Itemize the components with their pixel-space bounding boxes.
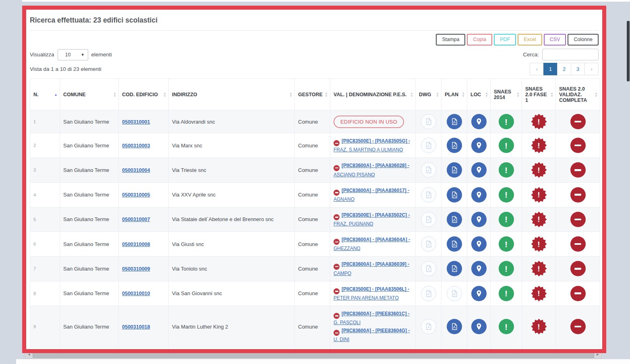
cell-loc bbox=[467, 347, 491, 353]
building-code-link[interactable]: 0500310003 bbox=[122, 143, 150, 149]
location-pin-button[interactable] bbox=[471, 261, 487, 276]
pes-denomination-link[interactable]: [PIIC83600A] - [PIAA836017] - AGNANO bbox=[334, 188, 409, 202]
status-ok-exclaim-icon: ! bbox=[499, 319, 514, 334]
location-pin-button[interactable] bbox=[471, 236, 487, 252]
building-code-link[interactable]: 0500310005 bbox=[122, 192, 150, 198]
export-button-stampa[interactable]: Stampa bbox=[436, 34, 465, 46]
cell-snaes-fase1: ! bbox=[522, 158, 556, 182]
cell-plan bbox=[441, 306, 467, 347]
status-blocked-minus-icon bbox=[570, 162, 586, 178]
export-button-colonne[interactable]: Colonne bbox=[568, 34, 599, 46]
cell-comune: San Giuliano Terme bbox=[60, 347, 119, 353]
column-header-snaes-2014[interactable]: SNAES 2014 bbox=[491, 79, 522, 110]
minus-circle-icon bbox=[334, 214, 340, 220]
status-alert-gear-icon: ! bbox=[531, 162, 547, 178]
cell-indirizzo: Via Statale dell`Abetone e del Brennero … bbox=[169, 207, 295, 232]
cell-gestore: Comune bbox=[295, 133, 330, 158]
cell-loc bbox=[467, 182, 491, 207]
pes-denomination-link[interactable]: [PIIC83500E] - [PIAA83502C] - FRAZ. PUGN… bbox=[334, 212, 410, 227]
location-pin-button[interactable] bbox=[471, 187, 487, 203]
cell-indirizzo: Via San Giovanni snc bbox=[169, 281, 295, 306]
plan-pdf-button[interactable] bbox=[447, 261, 462, 276]
minus-circle-icon bbox=[334, 264, 340, 270]
table-row: 4San Giuliano Terme0500310005Via XXV Apr… bbox=[30, 182, 600, 207]
status-ok-exclaim-icon: ! bbox=[499, 187, 514, 203]
column-header-comune[interactable]: COMUNE bbox=[60, 79, 119, 110]
plan-pdf-button[interactable] bbox=[447, 138, 462, 153]
cell-row-number: 6 bbox=[30, 232, 60, 256]
export-button-excel[interactable]: Excel bbox=[518, 34, 542, 46]
column-header-val-denominazione-p-e-s[interactable]: VAL. | DENOMINAZIONE P.E.S. bbox=[330, 79, 416, 110]
building-code-link[interactable]: 0500310004 bbox=[122, 168, 150, 173]
building-code-link[interactable]: 0500310001 bbox=[122, 119, 150, 125]
search-input[interactable] bbox=[542, 49, 599, 60]
column-header-snaes-2-0-validaz-completa[interactable]: SNAES 2.0 VALIDAZ. COMPLETA bbox=[556, 79, 600, 110]
cell-dwg bbox=[416, 158, 441, 182]
cell-snaes-fase1: ! bbox=[522, 281, 556, 306]
cell-comune: San Giuliano Terme bbox=[60, 182, 119, 207]
location-pin-button[interactable] bbox=[471, 319, 487, 334]
plan-pdf-button[interactable] bbox=[447, 162, 462, 178]
cell-snaes-fase1: ! bbox=[522, 306, 556, 347]
pes-denomination-link[interactable]: [PIIC83500E] - [PIAA83506L] - PETER PAN … bbox=[334, 286, 409, 301]
location-pin-button[interactable] bbox=[471, 162, 487, 178]
pagination-page-3[interactable]: 3 bbox=[571, 63, 585, 75]
table-info: Vista da 1 a 10 di 23 elementi bbox=[30, 66, 102, 72]
cell-plan bbox=[441, 110, 467, 133]
cell-loc bbox=[467, 133, 491, 158]
status-alert-gear-icon: ! bbox=[531, 187, 547, 203]
pagination-prev[interactable]: ‹ bbox=[530, 63, 544, 75]
cell-row-number: 10 bbox=[30, 347, 60, 353]
cell-comune: San Giuliano Terme bbox=[60, 110, 119, 133]
export-button-copia[interactable]: Copia bbox=[467, 34, 492, 46]
building-code-link[interactable]: 0500310008 bbox=[122, 242, 150, 247]
table-row: 5San Giuliano Terme0500310007Via Statale… bbox=[30, 207, 600, 232]
pes-denomination-link[interactable]: [PIIC83600A] - [PIEE83601C] - G. PASCOLI bbox=[334, 311, 410, 325]
export-button-csv[interactable]: CSV bbox=[544, 34, 566, 46]
plan-pdf-button[interactable] bbox=[447, 212, 462, 227]
vertical-scrollbar-thumb[interactable] bbox=[627, 21, 630, 81]
building-code-link[interactable]: 0500310009 bbox=[122, 266, 150, 272]
pagination-page-1[interactable]: 1 bbox=[543, 63, 557, 75]
sort-icon bbox=[325, 92, 328, 97]
cell-gestore: Comune bbox=[295, 207, 330, 232]
column-header-gestore[interactable]: GESTORE bbox=[295, 79, 330, 110]
location-pin-button[interactable] bbox=[471, 138, 487, 153]
sort-icon bbox=[595, 92, 598, 97]
page-length-select[interactable]: 10 ▼ bbox=[58, 49, 88, 60]
pes-denomination-link[interactable]: [PIIC83600A] - [PIAA836028] - ASCIANO PI… bbox=[334, 163, 409, 177]
plan-pdf-button[interactable] bbox=[447, 236, 462, 252]
plan-pdf-button[interactable] bbox=[447, 319, 462, 334]
pes-denomination-link[interactable]: [PIIC83600A] - [PIAA836039] - CAMPO bbox=[334, 261, 409, 276]
cell-row-number: 8 bbox=[30, 281, 60, 306]
pes-denomination-link[interactable]: [PIIC83600A] - [PIIC83600A] - G.B.NICCOL… bbox=[334, 352, 408, 353]
pagination-page-2[interactable]: 2 bbox=[557, 63, 571, 75]
dwg-file-icon-disabled bbox=[421, 212, 436, 227]
column-header-loc[interactable]: LOC bbox=[467, 79, 491, 110]
column-header-n[interactable]: N. bbox=[30, 79, 60, 110]
cell-indirizzo: Via XXV Aprile snc bbox=[169, 182, 295, 207]
cell-snaes-validaz bbox=[556, 110, 600, 133]
cell-loc bbox=[467, 110, 491, 133]
building-code-link[interactable]: 0500310010 bbox=[122, 291, 150, 296]
column-header-dwg[interactable]: DWG bbox=[416, 79, 441, 110]
pes-denomination-link[interactable]: [PIIC83500E] - [PIAA83505G] - FRAZ. S.MA… bbox=[334, 138, 410, 153]
export-button-pdf[interactable]: PDF bbox=[494, 34, 516, 46]
cell-dwg bbox=[416, 182, 441, 207]
location-pin-button[interactable] bbox=[471, 286, 487, 301]
plan-pdf-button[interactable] bbox=[447, 187, 462, 203]
column-header-indirizzo[interactable]: INDIRIZZO bbox=[169, 79, 295, 110]
cell-row-number: 2 bbox=[30, 133, 60, 158]
plan-pdf-button[interactable] bbox=[447, 114, 462, 129]
column-header-plan[interactable]: PLAN bbox=[441, 79, 467, 110]
location-pin-button[interactable] bbox=[471, 114, 487, 129]
location-pin-button[interactable] bbox=[471, 212, 487, 227]
building-code-link[interactable]: 0500310018 bbox=[122, 324, 150, 330]
column-header-cod-edificio[interactable]: COD. EDIFICIO bbox=[119, 79, 169, 110]
building-code-link[interactable]: 0500310007 bbox=[122, 217, 150, 222]
pagination-next[interactable]: › bbox=[584, 63, 599, 75]
column-header-snaes-2-0-fase-1[interactable]: SNAES 2.0 FASE 1 bbox=[522, 79, 556, 110]
pes-denomination-link[interactable]: [PIIC83600A] - [PIEE83604G] - U. DINI bbox=[334, 328, 410, 342]
pes-denomination-link[interactable]: [PIIC83600A] - [PIAA83604A] - GHEZZANO bbox=[334, 237, 410, 251]
dwg-file-icon-disabled bbox=[421, 138, 436, 153]
